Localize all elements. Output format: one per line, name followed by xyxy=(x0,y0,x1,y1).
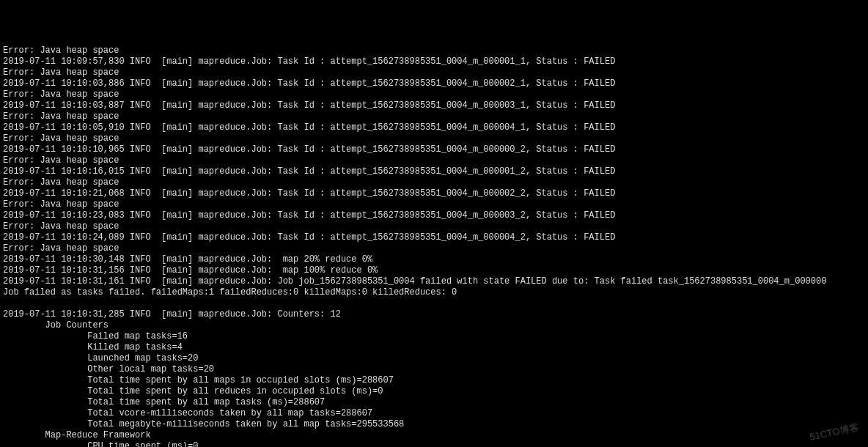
log-line: Job Counters xyxy=(3,320,865,331)
log-line: 2019-07-11 10:10:16,015 INFO [main] mapr… xyxy=(3,166,865,177)
log-line: Total time spent by all map tasks (ms)=2… xyxy=(3,397,865,408)
log-line: Total megabyte-milliseconds taken by all… xyxy=(3,419,865,430)
log-line xyxy=(3,298,865,309)
log-line: Error: Java heap space xyxy=(3,177,865,188)
log-line: 2019-07-11 10:10:10,965 INFO [main] mapr… xyxy=(3,144,865,155)
log-line: Error: Java heap space xyxy=(3,67,865,78)
log-line: Error: Java heap space xyxy=(3,243,865,254)
log-line: 2019-07-11 10:10:31,161 INFO [main] mapr… xyxy=(3,276,865,287)
log-line: Map-Reduce Framework xyxy=(3,430,865,441)
log-line: 2019-07-11 10:10:21,068 INFO [main] mapr… xyxy=(3,188,865,199)
log-line: Failed map tasks=16 xyxy=(3,331,865,342)
log-line: 2019-07-11 10:10:30,148 INFO [main] mapr… xyxy=(3,254,865,265)
log-line: Launched map tasks=20 xyxy=(3,353,865,364)
log-line: 2019-07-11 10:10:23,083 INFO [main] mapr… xyxy=(3,210,865,221)
log-line: Error: Java heap space xyxy=(3,45,865,56)
log-line: Error: Java heap space xyxy=(3,89,865,100)
log-line: Error: Java heap space xyxy=(3,199,865,210)
log-line: Error: Java heap space xyxy=(3,155,865,166)
log-line: 2019-07-11 10:10:31,285 INFO [main] mapr… xyxy=(3,309,865,320)
log-line: Total vcore-milliseconds taken by all ma… xyxy=(3,408,865,419)
log-line: Killed map tasks=4 xyxy=(3,342,865,353)
log-line: Total time spent by all reduces in occup… xyxy=(3,386,865,397)
log-line: 2019-07-11 10:10:24,089 INFO [main] mapr… xyxy=(3,232,865,243)
log-line: 2019-07-11 10:10:05,910 INFO [main] mapr… xyxy=(3,122,865,133)
log-line: Job failed as tasks failed. failedMaps:1… xyxy=(3,287,865,298)
log-line: Other local map tasks=20 xyxy=(3,364,865,375)
log-line: 2019-07-11 10:10:31,156 INFO [main] mapr… xyxy=(3,265,865,276)
log-line: CPU time spent (ms)=0 xyxy=(3,441,865,447)
log-line: Error: Java heap space xyxy=(3,111,865,122)
log-line: 2019-07-11 10:10:03,887 INFO [main] mapr… xyxy=(3,100,865,111)
terminal-output[interactable]: Error: Java heap space2019-07-11 10:09:5… xyxy=(3,45,865,447)
log-line: Total time spent by all maps in occupied… xyxy=(3,375,865,386)
log-line: 2019-07-11 10:09:57,830 INFO [main] mapr… xyxy=(3,56,865,67)
log-line: Error: Java heap space xyxy=(3,221,865,232)
log-line: 2019-07-11 10:10:03,886 INFO [main] mapr… xyxy=(3,78,865,89)
log-line: Error: Java heap space xyxy=(3,133,865,144)
